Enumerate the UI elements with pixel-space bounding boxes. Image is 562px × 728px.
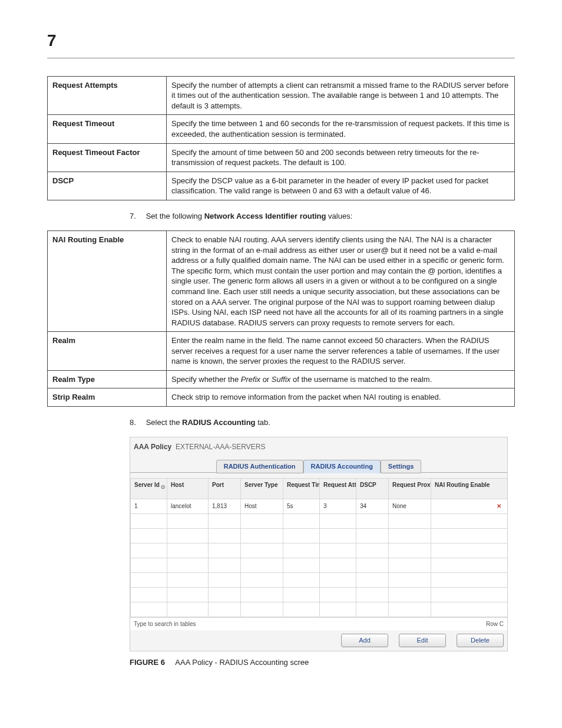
delete-button[interactable]: Delete (457, 634, 504, 647)
figure-text: AAA Policy - RADIUS Accounting scree (175, 658, 309, 667)
step-7: 7. Set the following Network Access Iden… (130, 211, 515, 222)
figure-caption: FIGURE 6 AAA Policy - RADIUS Accounting … (130, 657, 515, 668)
param-desc-italic: Prefix (241, 375, 260, 384)
param-label: Request Timeout (48, 115, 167, 143)
cell-proxy-mode: None (389, 499, 431, 513)
col-server-id[interactable]: Server Id⊙ (131, 478, 167, 499)
screenshot-panel: AAA Policy EXTERNAL-AAA-SERVERS RADIUS A… (130, 437, 508, 651)
cell-request-attempts: 3 (320, 499, 356, 513)
step-number: 7. (130, 211, 144, 222)
grid-empty-row (131, 558, 508, 572)
tab-radius-authentication[interactable]: RADIUS Authentication (216, 460, 303, 473)
param-desc: Check strip to remove information from t… (167, 388, 515, 407)
panel-title-label: AAA Policy (134, 443, 171, 451)
col-request-attempts[interactable]: Request Attempts (320, 478, 356, 499)
params-table-1: Request Attempts Specify the number of a… (47, 76, 515, 200)
param-desc: Specify the amount of time between 50 an… (167, 143, 515, 172)
figure-label: FIGURE 6 (130, 658, 165, 667)
cell-nai-routing: ✕ (431, 499, 508, 513)
page-number: 7 (47, 29, 515, 52)
param-desc-mid: or (260, 375, 272, 384)
grid-empty-row (131, 587, 508, 602)
param-desc-pre: Specify whether the (171, 375, 241, 384)
step-text-bold: RADIUS Accounting (182, 418, 255, 427)
button-row: Add Edit Delete (130, 630, 507, 651)
param-desc-post: of the username is matched to the realm. (290, 375, 432, 384)
col-port[interactable]: Port (209, 478, 241, 499)
grid-empty-row (131, 528, 508, 543)
col-request-timeout[interactable]: Request Timeout (283, 478, 320, 499)
step-8: 8. Select the RADIUS Accounting tab. (130, 417, 515, 428)
col-label: Server Id (134, 482, 160, 488)
edit-button[interactable]: Edit (399, 634, 446, 647)
param-desc: Specify the number of attempts a client … (167, 76, 515, 115)
col-host[interactable]: Host (167, 478, 209, 499)
param-label: Strip Realm (48, 388, 167, 407)
param-label: NAI Routing Enable (48, 231, 167, 332)
grid-row[interactable]: 1 lancelot 1,813 Host 5s 3 34 None ✕ (131, 499, 508, 513)
tabline (130, 472, 216, 473)
tab-settings[interactable]: Settings (381, 460, 421, 473)
param-label: Realm Type (48, 370, 167, 388)
table-row: Strip Realm Check strip to remove inform… (48, 388, 515, 407)
step-text-post: values: (326, 212, 352, 220)
tabline (421, 472, 507, 473)
col-server-type[interactable]: Server Type (241, 478, 283, 499)
cell-dscp: 34 (356, 499, 389, 513)
row-count-label: Row C (486, 620, 504, 628)
table-row: Request Attempts Specify the number of a… (48, 76, 515, 115)
tabs-row: RADIUS Authentication RADIUS Accounting … (130, 460, 507, 473)
param-desc: Check to enable NAI routing. AAA servers… (167, 231, 515, 332)
sort-asc-icon: ⊙ (161, 483, 166, 490)
grid-empty-row (131, 543, 508, 558)
grid-footer: Type to search in tables Row C (130, 617, 507, 631)
param-label: Request Timeout Factor (48, 143, 167, 172)
param-label: Realm (48, 332, 167, 371)
table-row: NAI Routing Enable Check to enable NAI r… (48, 231, 515, 332)
param-desc-italic: Suffix (272, 375, 291, 384)
param-label: Request Attempts (48, 76, 167, 115)
cell-server-type: Host (241, 499, 283, 513)
param-label: DSCP (48, 172, 167, 200)
panel-title-value: EXTERNAL-AAA-SERVERS (176, 443, 266, 451)
col-dscp[interactable]: DSCP (356, 478, 389, 499)
cell-port: 1,813 (209, 499, 241, 513)
col-proxy-mode[interactable]: Request Proxy Mode (389, 478, 431, 499)
grid-empty-row (131, 513, 508, 528)
table-row: Realm Enter the realm name in the field.… (48, 332, 515, 371)
step-text-pre: Select the (146, 418, 182, 427)
cell-request-timeout: 5s (283, 499, 320, 513)
table-row: Realm Type Specify whether the Prefix or… (48, 370, 515, 388)
grid-empty-row (131, 572, 508, 587)
step-number: 8. (130, 417, 144, 428)
data-grid: Server Id⊙ Host Port Server Type Request… (130, 478, 508, 617)
param-desc: Enter the realm name in the field. The n… (167, 332, 515, 371)
search-input[interactable]: Type to search in tables (134, 620, 196, 628)
cell-host: lancelot (167, 499, 209, 513)
params-table-2: NAI Routing Enable Check to enable NAI r… (47, 230, 515, 407)
col-nai-routing[interactable]: NAI Routing Enable (431, 478, 508, 499)
table-row: DSCP Specify the DSCP value as a 6-bit p… (48, 172, 515, 200)
x-icon: ✕ (497, 503, 501, 509)
param-desc: Specify the time between 1 and 60 second… (167, 115, 515, 143)
param-desc: Specify the DSCP value as a 6-bit parame… (167, 172, 515, 200)
grid-empty-row (131, 602, 508, 617)
table-row: Request Timeout Factor Specify the amoun… (48, 143, 515, 172)
grid-header-row: Server Id⊙ Host Port Server Type Request… (131, 478, 508, 499)
page-rule (47, 58, 515, 58)
param-desc: Specify whether the Prefix or Suffix of … (167, 370, 515, 388)
step-text-post: tab. (256, 418, 270, 427)
tab-radius-accounting[interactable]: RADIUS Accounting (303, 460, 381, 473)
step-text-pre: Set the following (146, 212, 204, 220)
add-button[interactable]: Add (341, 634, 388, 647)
step-text-bold: Network Access Identifier routing (204, 212, 326, 220)
table-row: Request Timeout Specify the time between… (48, 115, 515, 143)
panel-title: AAA Policy EXTERNAL-AAA-SERVERS (130, 437, 507, 460)
cell-server-id: 1 (131, 499, 167, 513)
